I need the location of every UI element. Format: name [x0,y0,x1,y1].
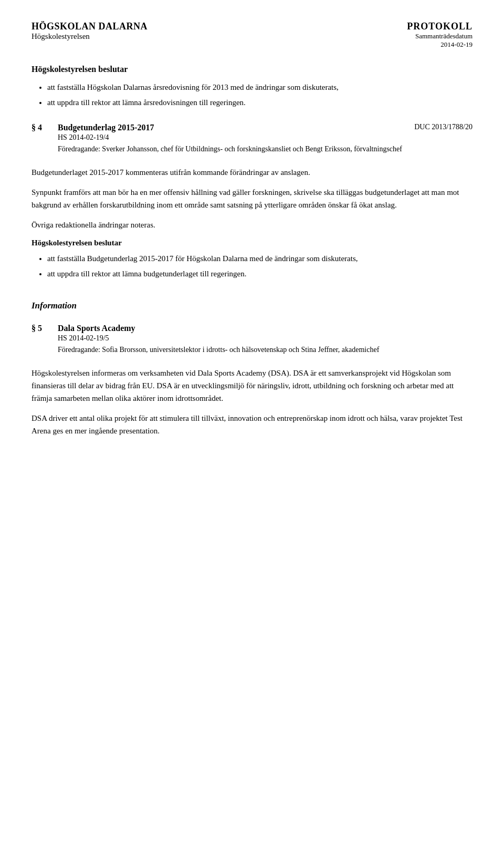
section-5-body1: Högskolestyrelsen informeras om verksamh… [32,367,472,405]
meeting-date: 2014-02-19 [407,40,472,49]
dept-name: Högskolestyrelsen [32,32,148,41]
section-4-header: § 4 Budgetunderlag 2015-2017 DUC 2013/17… [32,123,472,161]
section-5-body2: DSA driver ett antal olika projekt för a… [32,412,472,437]
intro-bullets: att fastställa Högskolan Dalarnas årsred… [47,81,472,108]
list-item: att uppdra till rektor att lämna årsredo… [47,97,472,109]
section-5-content: Dala Sports Academy HS 2014-02-19/5 Före… [58,324,472,361]
section-5-foredragande: Föredragande: Sofia Brorsson, universite… [58,346,472,354]
section-4-hs-ref: HS 2014-02-19/4 [58,133,472,142]
date-label: Sammanträdesdatum [407,32,472,40]
section-4-foredragande: Föredragande: Sverker Johansson, chef fö… [58,145,472,153]
intro-section-title: Högskolestyrelsen beslutar [32,65,472,74]
intro-decision-block: Högskolestyrelsen beslutar att fastställ… [32,65,472,108]
list-item: att fastställa Högskolan Dalarnas årsred… [47,81,472,94]
section-4-heading: Budgetunderlag 2015-2017 [58,123,154,132]
section-4-body2: Synpunkt framförs att man bör ha en mer … [32,186,472,211]
section-5-header: § 5 Dala Sports Academy HS 2014-02-19/5 … [32,324,472,361]
section-4-number: § 4 [32,123,58,132]
section-5-number: § 5 [32,324,58,333]
section-4-body3: Övriga redaktionella ändringar noteras. [32,219,472,231]
section-4: § 4 Budgetunderlag 2015-2017 DUC 2013/17… [32,123,472,279]
header-left: HÖGSKOLAN DALARNA Högskolestyrelsen [32,21,148,41]
section-4-content: Budgetunderlag 2015-2017 DUC 2013/1788/2… [58,123,472,161]
list-item: att fastställa Budgetunderlag 2015-2017 … [47,253,472,265]
section-4-body1: Budgetunderlaget 2015-2017 kommenteras u… [32,166,472,179]
section-4-beslut-heading: Högskolestyrelsen beslutar [32,239,472,247]
doc-type: PROTOKOLL [407,21,472,32]
section-4-duc: DUC 2013/1788/20 [414,123,472,131]
information-label: Information [32,301,472,311]
list-item: att uppdra till rektor att lämna budgetu… [47,268,472,280]
section-5-hs-ref: HS 2014-02-19/5 [58,334,472,343]
header-right: PROTOKOLL Sammanträdesdatum 2014-02-19 [407,21,472,49]
section-4-beslut-bullets: att fastställa Budgetunderlag 2015-2017 … [47,253,472,279]
org-name: HÖGSKOLAN DALARNA [32,21,148,32]
section-5: § 5 Dala Sports Academy HS 2014-02-19/5 … [32,324,472,437]
document-header: HÖGSKOLAN DALARNA Högskolestyrelsen PROT… [32,21,472,49]
section-5-heading: Dala Sports Academy [58,324,135,333]
